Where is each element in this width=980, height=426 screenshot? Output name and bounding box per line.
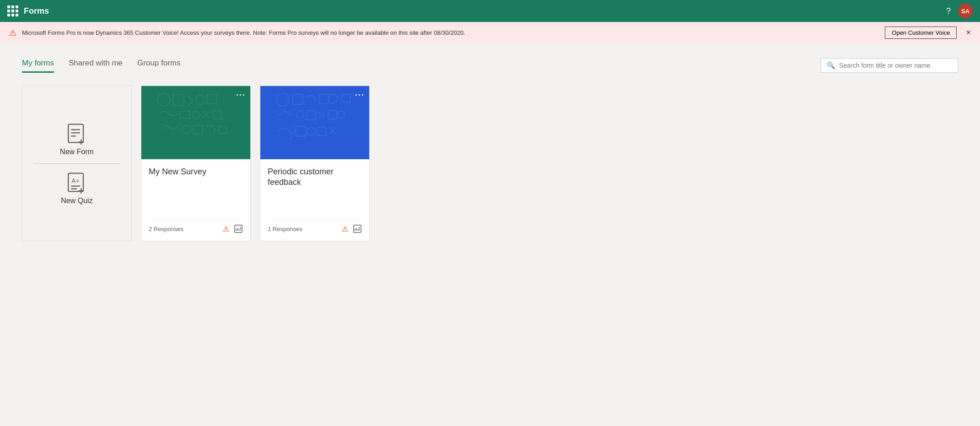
card-header-teal: ··· xyxy=(141,86,250,159)
search-icon: 🔍 xyxy=(827,61,835,70)
card-warning-icon-1: ⚠ xyxy=(223,225,229,233)
card-footer-survey-1: 2 Responses ⚠ xyxy=(149,220,243,233)
card-header-blue: ··· xyxy=(260,86,369,159)
new-form-divider xyxy=(33,163,120,164)
svg-rect-33 xyxy=(307,111,316,120)
search-box: 🔍 xyxy=(821,58,958,73)
svg-point-19 xyxy=(183,125,191,134)
svg-rect-18 xyxy=(213,111,221,119)
banner-message: Microsoft Forms Pro is now Dynamics 365 … xyxy=(22,29,879,36)
new-form-card[interactable]: New Form A+ New Quiz xyxy=(22,86,132,241)
card-title-survey-2: Periodic customer feedback xyxy=(268,167,362,188)
svg-rect-20 xyxy=(194,125,203,135)
svg-point-17 xyxy=(192,111,199,119)
card-footer-icons-2: ⚠ xyxy=(342,224,362,233)
notification-banner: ⚠ Microsoft Forms Pro is now Dynamics 36… xyxy=(0,22,980,43)
svg-rect-13 xyxy=(173,94,184,105)
chart-icon-2 xyxy=(353,224,362,233)
card-footer-icons-1: ⚠ xyxy=(223,224,243,233)
svg-rect-21 xyxy=(219,126,226,134)
svg-point-27 xyxy=(276,93,289,106)
form-card-survey-1[interactable]: ··· xyxy=(141,86,251,241)
card-title-survey-1: My New Survey xyxy=(149,167,243,177)
avatar[interactable]: SA xyxy=(958,4,973,18)
svg-rect-36 xyxy=(296,126,306,136)
svg-point-37 xyxy=(307,127,315,135)
topnav-right: ? SA xyxy=(946,4,973,18)
tab-group-forms[interactable]: Group forms xyxy=(137,59,180,73)
topnav-left: Forms xyxy=(7,5,49,16)
new-form-icon xyxy=(64,122,90,148)
svg-rect-31 xyxy=(342,94,350,102)
svg-point-14 xyxy=(196,95,205,104)
banner-warning-icon: ⚠ xyxy=(9,28,16,38)
card-body-survey-1: My New Survey 2 Responses ⚠ xyxy=(141,159,250,241)
card-responses-survey-1: 2 Responses xyxy=(149,226,183,232)
svg-rect-34 xyxy=(328,111,337,119)
forms-grid: New Form A+ New Quiz ··· xyxy=(22,86,958,241)
chart-icon-1 xyxy=(234,224,243,233)
top-navigation: Forms ? SA xyxy=(0,0,980,22)
help-icon[interactable]: ? xyxy=(946,6,951,16)
banner-close-button[interactable]: × xyxy=(966,28,971,38)
card-responses-survey-2: 1 Responses xyxy=(268,226,302,232)
svg-rect-15 xyxy=(207,94,216,103)
svg-point-32 xyxy=(296,111,304,118)
tab-shared-with-me[interactable]: Shared with me xyxy=(69,59,123,73)
main-content: My forms Shared with me Group forms 🔍 Ne… xyxy=(0,43,980,256)
card-body-survey-2: Periodic customer feedback 1 Responses ⚠ xyxy=(260,159,369,241)
new-quiz-label: New Quiz xyxy=(61,197,92,205)
new-quiz-icon: A+ xyxy=(64,171,90,197)
form-card-survey-2[interactable]: ··· xyxy=(260,86,370,241)
tabs-row: My forms Shared with me Group forms 🔍 xyxy=(22,58,958,73)
search-area: 🔍 xyxy=(821,58,958,73)
tab-my-forms[interactable]: My forms xyxy=(22,59,54,73)
waffle-menu-icon[interactable] xyxy=(7,5,18,16)
card-footer-survey-2: 1 Responses ⚠ xyxy=(268,220,362,233)
svg-text:A+: A+ xyxy=(71,177,80,184)
svg-rect-29 xyxy=(319,94,328,103)
open-customer-voice-button[interactable]: Open Customer Voice xyxy=(885,27,957,39)
svg-rect-28 xyxy=(293,94,303,104)
card-header-pattern-2 xyxy=(260,86,369,159)
card-warning-icon-2: ⚠ xyxy=(342,225,348,233)
svg-rect-16 xyxy=(180,111,190,119)
new-form-label: New Form xyxy=(60,148,94,156)
search-input[interactable] xyxy=(839,62,952,69)
svg-point-30 xyxy=(328,94,338,103)
card-header-pattern-1 xyxy=(141,86,250,159)
svg-point-35 xyxy=(338,111,345,119)
svg-point-12 xyxy=(157,93,170,106)
svg-rect-38 xyxy=(318,127,326,135)
app-title: Forms xyxy=(24,6,49,16)
